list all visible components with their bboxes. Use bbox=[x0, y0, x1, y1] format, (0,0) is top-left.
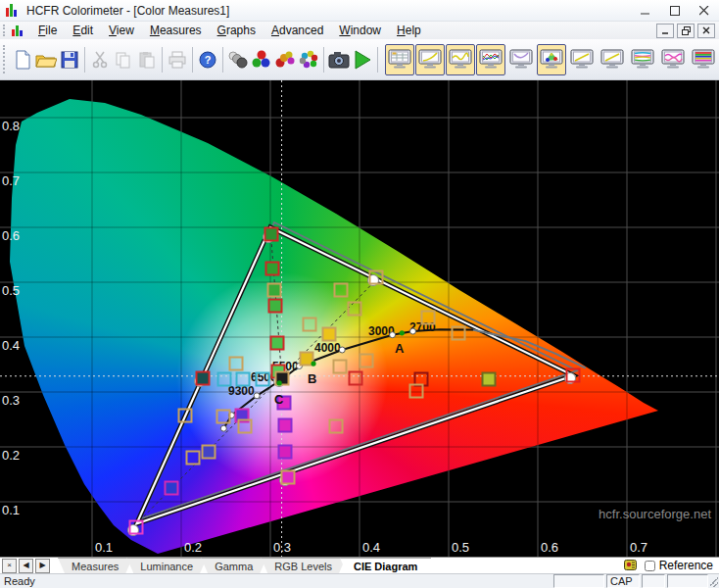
toolbar: ? bbox=[0, 39, 719, 80]
svg-text:A: A bbox=[395, 341, 405, 356]
cut-icon[interactable] bbox=[88, 44, 112, 75]
view-graph-9-button[interactable] bbox=[628, 44, 657, 75]
tab-rgb-levels[interactable]: RGB Levels bbox=[261, 558, 346, 573]
tab-scroll-right-icon[interactable]: ▶ bbox=[35, 559, 50, 573]
view-graph-8-button[interactable] bbox=[598, 44, 627, 75]
view-luminance-button[interactable] bbox=[506, 44, 536, 75]
status-panel-3 bbox=[642, 574, 665, 588]
menu-help[interactable]: Help bbox=[389, 23, 429, 38]
toolbar-separator bbox=[222, 47, 223, 73]
menu-window[interactable]: Window bbox=[331, 23, 389, 38]
svg-text:0.2: 0.2 bbox=[184, 540, 202, 555]
status-panel-4 bbox=[667, 574, 708, 588]
mdi-buttons bbox=[656, 24, 719, 38]
mdi-close-icon[interactable] bbox=[697, 24, 715, 38]
toolbar-grip bbox=[3, 45, 8, 74]
run-measure-icon[interactable] bbox=[351, 44, 374, 75]
tab-cie-diagram[interactable]: CIE Diagram bbox=[340, 558, 431, 573]
status-bar: Ready CAP bbox=[0, 573, 719, 588]
colorchecker-measure-icon[interactable] bbox=[297, 44, 320, 75]
tab-gamma[interactable]: Gamma bbox=[201, 558, 266, 573]
svg-text:4000: 4000 bbox=[314, 341, 341, 355]
mdi-minimize-icon[interactable] bbox=[656, 24, 674, 38]
svg-text:0.7: 0.7 bbox=[630, 540, 647, 555]
menu-graphs[interactable]: Graphs bbox=[210, 23, 264, 38]
svg-text:0.8: 0.8 bbox=[2, 119, 20, 133]
graph-tab-bar: × ◀ ▶ Measures Luminance Gamma RGB Level… bbox=[0, 557, 719, 573]
svg-text:0.6: 0.6 bbox=[541, 540, 558, 555]
status-panel-1 bbox=[553, 574, 604, 588]
saturations-measure-icon[interactable] bbox=[273, 44, 297, 75]
toolbar-separator bbox=[162, 47, 163, 73]
print-icon[interactable] bbox=[166, 44, 189, 75]
svg-text:0.6: 0.6 bbox=[2, 228, 20, 243]
cie-annotations: 930065005500400030002700ABC0.10.20.30.40… bbox=[0, 80, 719, 557]
tab-scroll-left-icon[interactable]: ◀ bbox=[19, 559, 33, 573]
watermark-text: hcfr.sourceforge.net bbox=[599, 507, 711, 521]
paste-icon[interactable] bbox=[135, 44, 159, 75]
view-measures-grid-button[interactable] bbox=[385, 44, 414, 75]
menu-edit[interactable]: Edit bbox=[65, 23, 101, 38]
view-toolbar bbox=[385, 44, 719, 75]
app-icon bbox=[6, 4, 21, 17]
svg-text:0.4: 0.4 bbox=[362, 540, 380, 555]
svg-text:0.7: 0.7 bbox=[2, 173, 20, 188]
toolbar-separator bbox=[323, 47, 324, 73]
menu-advanced[interactable]: Advanced bbox=[264, 23, 331, 38]
toolbar-separator bbox=[84, 47, 85, 73]
reference-checkbox[interactable] bbox=[645, 561, 655, 571]
svg-text:?: ? bbox=[205, 54, 212, 66]
mdi-restore-icon[interactable] bbox=[677, 24, 695, 38]
primaries-measure-icon[interactable] bbox=[250, 44, 273, 75]
view-wave-button[interactable] bbox=[446, 44, 475, 75]
hcfr-window: { "window": { "title": "HCFR Colorimeter… bbox=[0, 0, 719, 588]
menu-view[interactable]: View bbox=[101, 23, 142, 38]
menubar-grip bbox=[3, 24, 9, 37]
resize-grip[interactable] bbox=[710, 575, 718, 587]
view-graph-7-button[interactable] bbox=[567, 44, 597, 75]
svg-text:0.3: 0.3 bbox=[273, 540, 291, 555]
view-cie-diagram-button[interactable] bbox=[537, 44, 566, 75]
svg-text:0.1: 0.1 bbox=[2, 503, 20, 517]
tab-luminance[interactable]: Luminance bbox=[126, 558, 207, 573]
reference-label: Reference bbox=[659, 559, 713, 572]
svg-text:0.4: 0.4 bbox=[2, 338, 20, 353]
close-icon[interactable] bbox=[690, 0, 719, 21]
view-graph-11-button[interactable] bbox=[689, 44, 718, 75]
minimize-icon[interactable] bbox=[631, 0, 660, 21]
svg-text:0.3: 0.3 bbox=[2, 393, 20, 408]
caption-buttons bbox=[631, 0, 719, 21]
window-title: HCFR Colorimeter - [Color Measures1] bbox=[26, 4, 229, 18]
svg-text:0.1: 0.1 bbox=[95, 540, 113, 555]
snapshot-camera-icon[interactable] bbox=[327, 44, 351, 75]
view-gamma-curve-button[interactable] bbox=[415, 44, 445, 75]
title-bar: HCFR Colorimeter - [Color Measures1] bbox=[0, 0, 719, 22]
menu-file[interactable]: File bbox=[30, 23, 65, 38]
svg-text:0.2: 0.2 bbox=[2, 448, 20, 463]
reference-checkbox-group: Reference bbox=[645, 559, 713, 572]
view-graph-10-button[interactable] bbox=[658, 44, 688, 75]
svg-text:0.5: 0.5 bbox=[2, 283, 20, 298]
maximize-icon[interactable] bbox=[660, 0, 690, 21]
view-rgb-levels-button[interactable] bbox=[476, 44, 505, 75]
new-file-icon[interactable] bbox=[11, 44, 34, 75]
toolbar-separator bbox=[192, 47, 193, 73]
document-icon bbox=[12, 25, 24, 36]
copy-icon[interactable] bbox=[112, 44, 135, 75]
svg-text:0.5: 0.5 bbox=[452, 540, 469, 555]
save-icon[interactable] bbox=[58, 44, 81, 75]
svg-text:C: C bbox=[274, 392, 284, 407]
menu-bar: File Edit View Measures Graphs Advanced … bbox=[0, 22, 719, 39]
status-ready-text: Ready bbox=[0, 575, 553, 587]
grayscale-measure-icon[interactable] bbox=[226, 44, 250, 75]
toolbar-separator bbox=[377, 47, 378, 73]
menu-measures[interactable]: Measures bbox=[142, 23, 210, 38]
status-panel-cap: CAP bbox=[606, 574, 640, 588]
open-folder-icon[interactable] bbox=[34, 44, 58, 75]
help-icon[interactable]: ? bbox=[196, 44, 219, 75]
cie-diagram-plot: 930065005500400030002700ABC0.10.20.30.40… bbox=[0, 80, 719, 557]
tab-close-icon[interactable]: × bbox=[2, 559, 17, 573]
tab-measures[interactable]: Measures bbox=[58, 558, 132, 573]
svg-text:B: B bbox=[308, 371, 316, 386]
sensor-status-icon bbox=[624, 559, 637, 573]
